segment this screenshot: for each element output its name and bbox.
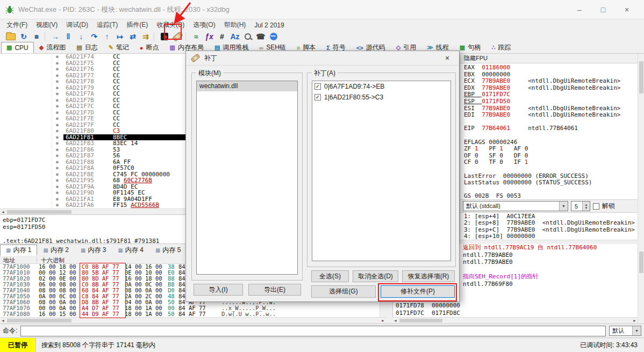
- scroll-left-icon[interactable]: ◄: [392, 318, 398, 324]
- run-to-user-icon[interactable]: ↦: [113, 31, 126, 42]
- flags-line[interactable]: CF 0 TF 0 IF 1: [460, 159, 638, 166]
- patch-list-item[interactable]: ✓0|6A7F1AD9:74->EB: [312, 81, 450, 92]
- breakpoint-dot-icon[interactable]: ●: [56, 196, 59, 203]
- strings-icon[interactable]: Az: [228, 31, 241, 42]
- tab-断点[interactable]: ●断点: [134, 42, 164, 53]
- minimize-button[interactable]: –: [568, 2, 591, 18]
- command-input[interactable]: [20, 326, 606, 336]
- breakpoint-dot-icon[interactable]: ●: [56, 122, 59, 128]
- restore-selected-button[interactable]: 恢复选择项(R): [402, 270, 455, 282]
- select-group-button[interactable]: 选择组(G): [311, 285, 376, 298]
- command-mode-select[interactable]: 默认 ▼: [609, 326, 641, 336]
- scroll-thumb[interactable]: [7, 319, 71, 322]
- maximize-button[interactable]: □: [591, 2, 615, 18]
- dump-tab[interactable]: ▦内存 1: [0, 245, 37, 256]
- breakpoint-dot-icon[interactable]: ●: [56, 128, 59, 134]
- scroll-right-icon[interactable]: ►: [380, 318, 386, 324]
- hash-icon[interactable]: #: [216, 31, 228, 42]
- select-all-button[interactable]: 全选(S): [311, 270, 349, 282]
- dump-hscrollbar[interactable]: ◄ ►: [0, 317, 386, 324]
- breakpoint-dot-icon[interactable]: ●: [56, 190, 59, 196]
- argument-line[interactable]: 4: [esp+10] 00000000: [464, 233, 638, 240]
- breakpoint-dot-icon[interactable]: ●: [56, 140, 59, 147]
- stack-row[interactable]: 0171FD7800000000: [393, 302, 638, 310]
- breakpoint-dot-icon[interactable]: ●: [56, 134, 59, 141]
- module-list-item[interactable]: wechatwin.dll: [197, 81, 297, 91]
- arguments-pane[interactable]: 1: [esp+4] A0C17EEA2: [esp+8] 77B9ABE0 <…: [460, 213, 638, 240]
- registers-vscrollbar[interactable]: [638, 54, 644, 244]
- patch-checkbox[interactable]: ✓: [314, 83, 321, 90]
- deselect-all-button[interactable]: 取消全选(D): [353, 270, 398, 282]
- registers-pane[interactable]: EAX 01186000 EBX 00000000 ECX 77B9ABE0 <…: [460, 63, 638, 199]
- tab-日志[interactable]: ▤日志: [71, 42, 103, 53]
- stepper-arrows-icon[interactable]: ▲▼: [582, 202, 590, 211]
- breakpoint-dot-icon[interactable]: ●: [56, 153, 59, 159]
- hide-fpu-button[interactable]: 隐藏FPU: [460, 54, 638, 63]
- scroll-left-icon[interactable]: ◄: [0, 318, 6, 324]
- breakpoint-dot-icon[interactable]: ●: [56, 85, 59, 91]
- register-line[interactable]: EDI 77B9ABE0 <ntdll.DbgUiRemoteBreakin>: [460, 112, 638, 119]
- import-button[interactable]: 导入(I): [194, 284, 243, 296]
- close-button[interactable]: ×: [615, 2, 639, 18]
- chevron-down-icon[interactable]: ▼: [632, 326, 641, 335]
- tab-笔记[interactable]: ✎笔记: [103, 42, 134, 53]
- breakpoint-dot-icon[interactable]: ●: [56, 97, 59, 104]
- breakpoint-dot-icon[interactable]: ●: [56, 116, 59, 122]
- menu-item[interactable]: 插件(E): [122, 19, 152, 31]
- breakpoint-dot-icon[interactable]: ●: [56, 165, 59, 171]
- dump-tab[interactable]: ▦内存 4: [112, 245, 149, 256]
- functions-icon[interactable]: ƒx: [203, 31, 216, 42]
- stack-row[interactable]: 0171FD7C0171FD8C: [393, 310, 638, 317]
- patch-file-button[interactable]: 修补文件(P): [381, 285, 455, 298]
- unlock-checkbox[interactable]: [593, 203, 599, 210]
- patches-list[interactable]: ✓0|6A7F1AD9:74->EB✓1|6AD21F80:55->C3: [312, 81, 451, 261]
- open-file-icon[interactable]: [4, 31, 17, 42]
- menu-item[interactable]: 追踪(T): [92, 19, 122, 31]
- stack-hscrollbar[interactable]: ◄ ►: [392, 317, 638, 324]
- restart-icon[interactable]: ↻: [17, 31, 30, 42]
- step-into-icon[interactable]: ↓: [75, 31, 88, 42]
- breakpoint-dot-icon[interactable]: ●: [56, 78, 59, 85]
- export-button[interactable]: 导出(E): [248, 284, 301, 296]
- trace-icon[interactable]: ⇉: [139, 31, 152, 42]
- step-out-icon[interactable]: ↑: [101, 31, 113, 42]
- breakpoint-dot-icon[interactable]: ●: [56, 54, 59, 60]
- calling-convention-select[interactable]: 默认 (stdcall) ▼: [463, 201, 568, 211]
- patch-icon[interactable]: [171, 31, 184, 42]
- dump-tab[interactable]: ▦内存 2: [37, 245, 74, 256]
- laststatus-line[interactable]: LastStatus 00000000 (STATUS_SUCCESS): [460, 179, 638, 186]
- dump-tab[interactable]: ▦内存 5: [149, 245, 187, 256]
- chevron-down-icon[interactable]: ▼: [559, 202, 568, 211]
- breakpoint-dot-icon[interactable]: ●: [56, 60, 59, 67]
- handles-icon[interactable]: ☎: [254, 31, 267, 42]
- tab-跟踪[interactable]: ∴跟踪: [486, 42, 516, 53]
- breakpoint-dot-icon[interactable]: ●: [56, 171, 59, 178]
- breakpoint-dot-icon[interactable]: ●: [56, 159, 59, 166]
- breakpoint-dot-icon[interactable]: ●: [56, 103, 59, 110]
- menu-item[interactable]: 调试(D): [62, 19, 92, 31]
- scroll-right-icon[interactable]: ►: [632, 318, 638, 324]
- breakpoint-dot-icon[interactable]: ●: [56, 110, 59, 116]
- menu-item[interactable]: 文件(F): [2, 19, 32, 31]
- breakpoint-dot-icon[interactable]: ●: [56, 73, 59, 79]
- find-icon[interactable]: [241, 31, 254, 42]
- network-icon[interactable]: [267, 31, 280, 42]
- tab-CPU[interactable]: ▦CPU: [1, 42, 34, 53]
- tab-流程图[interactable]: ◈流程图: [34, 42, 71, 53]
- menu-item[interactable]: 选项(O): [189, 19, 219, 31]
- breakpoint-dot-icon[interactable]: ●: [56, 147, 59, 153]
- stack-vscrollbar[interactable]: [638, 244, 644, 324]
- segments-line[interactable]: GS 002B FS 0053: [460, 193, 638, 199]
- dump-row[interactable]: 77AF108016 00 15 0044 D9 AF 7718 00 1A 0…: [0, 311, 386, 317]
- breakpoint-dot-icon[interactable]: ●: [56, 177, 59, 184]
- disasm-address-link[interactable]: ACD5566B: [131, 202, 159, 209]
- breakpoint-dot-icon[interactable]: ●: [56, 91, 59, 97]
- stop-icon[interactable]: ■: [30, 31, 43, 42]
- menu-item[interactable]: 帮助(H): [220, 19, 251, 31]
- patch-checkbox[interactable]: ✓: [314, 94, 321, 100]
- register-line[interactable]: EIP 77B64061 ntdll.77B64061: [460, 125, 638, 132]
- patch-dialog-titlebar[interactable]: 补丁 ×: [186, 51, 459, 66]
- scylla-logo-icon[interactable]: [158, 31, 171, 42]
- animate-icon[interactable]: ⇄: [126, 31, 139, 42]
- arg-count-stepper[interactable]: 5 ▲▼: [571, 201, 590, 211]
